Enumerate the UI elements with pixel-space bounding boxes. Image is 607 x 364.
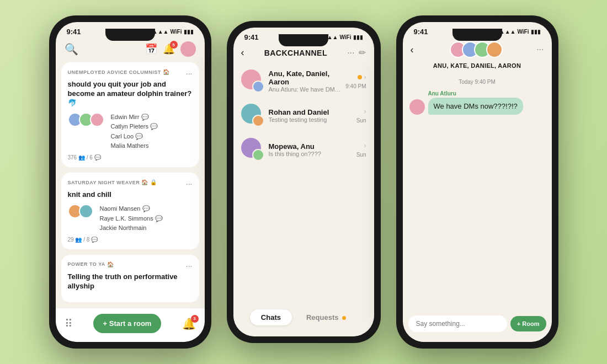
chat-content-3: Mopewa, Anu Is this thing on???? bbox=[269, 142, 352, 157]
more-icon-dm[interactable]: ··· bbox=[536, 45, 544, 55]
time-2: 9:41 bbox=[244, 33, 259, 41]
card-title-3: Telling the truth on performative allysh… bbox=[68, 272, 193, 291]
online-dot-1 bbox=[358, 75, 362, 79]
card-title-2: knit and chill bbox=[68, 190, 193, 200]
member-avatars-1 bbox=[68, 113, 104, 151]
dm-av-4 bbox=[486, 41, 503, 58]
dm-input-bar: + Room bbox=[403, 311, 552, 342]
card-tag-2: SATURDAY NIGHT WEAVER 🏠 🔒 bbox=[68, 179, 157, 185]
room-button[interactable]: + Room bbox=[510, 316, 546, 331]
chat-av-sub-1 bbox=[252, 81, 264, 93]
member-name: Malia Mathers bbox=[111, 141, 158, 151]
card-stats-2: 29 👥 / 8 💬 bbox=[68, 237, 193, 243]
tag-text-1: UNEMPLOYED ADVICE COLUMNIST bbox=[68, 69, 161, 75]
chat-preview-2: Testing testing testing bbox=[269, 116, 352, 123]
card-tag-1: UNEMPLOYED ADVICE COLUMNIST 🏠 bbox=[68, 69, 170, 75]
chevron-3: › bbox=[364, 142, 366, 149]
tab-chats[interactable]: Chats bbox=[250, 309, 292, 325]
phone-feed: 9:41 ▲▲▲ WiFi ▮▮▮ 🔍 📅 🔔 5 bbox=[49, 15, 211, 349]
chat-time-1: 9:40 PM bbox=[345, 83, 366, 89]
feed-card-2[interactable]: SATURDAY NIGHT WEAVER 🏠 🔒 ··· knit and c… bbox=[61, 173, 199, 249]
tab-requests[interactable]: Requests bbox=[295, 309, 357, 325]
chevron-2: › bbox=[364, 108, 366, 115]
member-avatars-2 bbox=[68, 204, 93, 233]
more-icon-bc[interactable]: ··· bbox=[347, 48, 354, 58]
chat-content-1: Anu, Kate, Daniel, Aaron Anu Atluru: We … bbox=[269, 69, 342, 93]
chat-av-sub-3 bbox=[252, 149, 264, 161]
member-list-1: Edwin Mirr 💬 Catlyn Pieters 💬 Carl Loo 💬… bbox=[111, 113, 158, 151]
dm-names: ANU, KATE, DANIEL, AARON bbox=[403, 61, 552, 72]
chat-name-1: Anu, Kate, Daniel, Aaron bbox=[269, 69, 342, 86]
dm-avatar-row bbox=[450, 41, 503, 58]
chat-avatar-group-3 bbox=[241, 138, 264, 161]
chat-item-2[interactable]: Rohan and Daniel Testing testing testing… bbox=[233, 98, 374, 132]
sender-avatar bbox=[409, 99, 425, 115]
av5 bbox=[79, 204, 93, 218]
notch bbox=[105, 29, 155, 41]
time-1: 9:41 bbox=[67, 28, 81, 36]
member-list-2: Naomi Mansen 💬 Raye L.K. Simmons 💬 Jacki… bbox=[100, 204, 163, 233]
compose-icon[interactable]: ✏ bbox=[359, 47, 366, 58]
battery-icon: ▮▮▮ bbox=[184, 29, 194, 35]
house-icon-3: 🏠 bbox=[107, 261, 114, 267]
member-name: Naomi Mansen 💬 bbox=[100, 204, 163, 214]
wifi-icon: WiFi bbox=[170, 29, 182, 35]
time-3: 9:41 bbox=[414, 28, 428, 36]
user-avatar[interactable] bbox=[180, 41, 196, 57]
dm-message-bubble: We have DMs now???!?!? bbox=[428, 98, 523, 115]
dm-bubble-row: Anu Atluru We have DMs now???!?!? bbox=[403, 90, 552, 115]
card-stats-1: 376 👥 / 6 💬 bbox=[68, 154, 193, 160]
tag-text-3: POWER TO YA bbox=[68, 261, 105, 267]
chat-av-sub-2 bbox=[252, 115, 264, 127]
back-button-dm[interactable]: ‹ bbox=[411, 44, 414, 56]
signal-icons-3: ▲▲▲ WiFi ▮▮▮ bbox=[499, 29, 541, 35]
search-icon[interactable]: 🔍 bbox=[65, 42, 78, 56]
bottom-bell-badge[interactable]: 🔔 3 bbox=[182, 317, 196, 330]
chat-right-1: › 9:40 PM bbox=[345, 73, 366, 89]
bc-title: BACKCHANNEL bbox=[264, 49, 327, 57]
notch-2 bbox=[279, 34, 328, 46]
bottom-bar-1: ⠿ + Start a room 🔔 3 bbox=[56, 308, 205, 342]
member-name: Raye L.K. Simmons 💬 bbox=[100, 214, 163, 224]
bell-count: 5 bbox=[170, 41, 178, 49]
bc-tabs: Chats Requests bbox=[233, 305, 374, 336]
chat-item-1[interactable]: Anu, Kate, Daniel, Aaron Anu Atluru: We … bbox=[233, 64, 374, 98]
chat-name-3: Mopewa, Anu bbox=[269, 142, 352, 151]
chat-item-3[interactable]: Mopewa, Anu Is this thing on???? › Sun bbox=[233, 132, 374, 167]
back-button-bc[interactable]: ‹ bbox=[241, 47, 244, 58]
feed-card-3[interactable]: POWER TO YA 🏠 ··· Telling the truth on p… bbox=[61, 255, 199, 302]
dm-header: ‹ ··· bbox=[403, 38, 552, 61]
battery-2: ▮▮▮ bbox=[353, 34, 363, 40]
member-name: Carl Loo 💬 bbox=[111, 132, 158, 142]
tag-text-2: SATURDAY NIGHT WEAVER bbox=[68, 180, 140, 185]
card-title-1: should you quit your job and become an a… bbox=[68, 80, 193, 108]
dm-date-label: Today 9:40 PM bbox=[403, 72, 552, 90]
chat-time-2: Sun bbox=[356, 117, 366, 124]
signal-icons-1: ▲▲▲ WiFi ▮▮▮ bbox=[152, 29, 194, 35]
more-btn-2[interactable]: ··· bbox=[186, 179, 193, 188]
chat-content-2: Rohan and Daniel Testing testing testing bbox=[269, 108, 352, 123]
phone-backchannel: 9:41 ▲▲▲ WiFi ▮▮▮ ‹ BACKCHANNEL ··· ✏ An… bbox=[227, 21, 381, 343]
bc-icons: ··· ✏ bbox=[347, 47, 366, 58]
chats-label: Chats bbox=[261, 313, 281, 322]
chat-preview-3: Is this thing on???? bbox=[269, 151, 352, 157]
chat-avatar-group-2 bbox=[241, 104, 264, 127]
chat-avatar-group-1 bbox=[241, 69, 264, 93]
lock-icon-2: 🔒 bbox=[150, 179, 157, 185]
more-btn-3[interactable]: ··· bbox=[186, 261, 193, 270]
requests-dot bbox=[342, 316, 346, 320]
say-something-input[interactable] bbox=[408, 315, 507, 332]
bell-badge[interactable]: 🔔 5 bbox=[163, 43, 175, 55]
feed-card-1[interactable]: UNEMPLOYED ADVICE COLUMNIST 🏠 ··· should… bbox=[61, 62, 199, 167]
battery-3: ▮▮▮ bbox=[531, 29, 541, 35]
more-btn-1[interactable]: ··· bbox=[186, 69, 193, 78]
house-icon-1: 🏠 bbox=[163, 69, 170, 75]
notch-3 bbox=[452, 29, 502, 41]
grid-icon[interactable]: ⠿ bbox=[65, 317, 73, 330]
start-room-button[interactable]: + Start a room bbox=[93, 314, 162, 333]
dm-sender-name: Anu Atluru bbox=[428, 90, 545, 97]
chat-right-2: › Sun bbox=[356, 108, 366, 124]
chevron-1: › bbox=[364, 73, 366, 81]
requests-label: Requests bbox=[306, 313, 339, 322]
calendar-icon[interactable]: 📅 bbox=[145, 43, 157, 55]
